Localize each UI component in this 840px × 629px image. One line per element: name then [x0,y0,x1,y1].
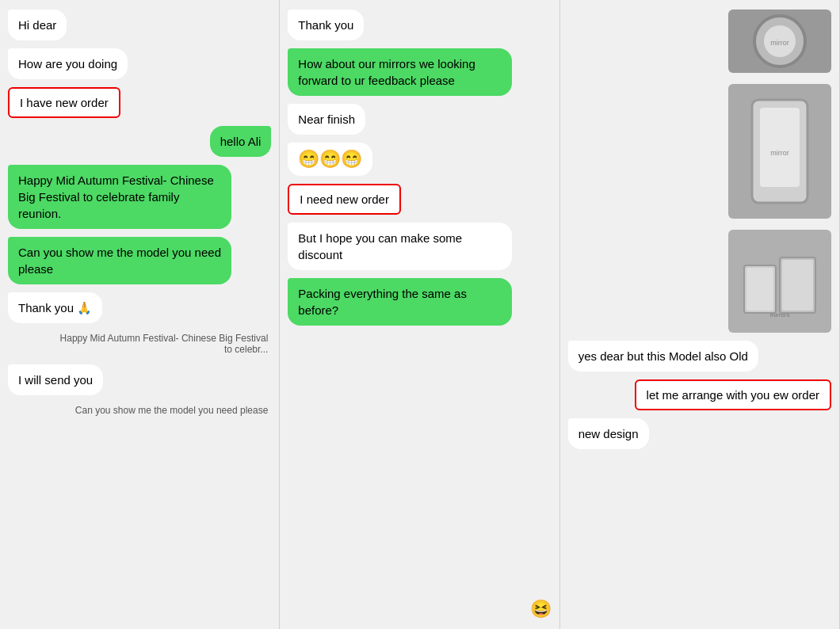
msg-hello-ali: hello Ali [210,126,272,157]
msg-new-design: new design [568,418,649,449]
chat-column-1: Hi dear How are you doing I have new ord… [0,0,280,629]
msg-will-send: I will send you [8,364,103,395]
msg-discount: But I hope you can make some discount [288,223,511,270]
msg-thank-you-pray: Thank you 🙏 [8,292,102,323]
msg-mirrors-feedback: How about our mirrors we looking forward… [288,48,511,96]
msg-have-new-order: I have new order [8,87,120,118]
emoji-input-row[interactable]: 😆 [288,596,551,619]
chat-column-2: Thank you How about our mirrors we looki… [280,0,559,629]
chat-column-3: mirror mirror mirrors yes dear but this … [560,0,840,629]
msg-packing: Packing everything the same as before? [288,278,511,326]
msg-thank-you: Thank you [288,10,364,40]
caption-show-model: Can you show me the model you need pleas… [72,403,272,417]
msg-arrange-order: let me arrange with you ew order [635,379,831,410]
svg-rect-9 [782,260,813,311]
msg-near-finish: Near finish [288,104,365,135]
msg-happy-festival: Happy Mid Autumn Festival- Chinese Big F… [8,165,231,229]
svg-rect-4 [760,108,800,187]
img-mirror-circle: mirror [728,10,831,73]
img-mirror-tall: mirror [728,84,831,219]
svg-rect-8 [746,268,773,311]
emoji-icon: 😆 [530,599,552,619]
msg-old-model: yes dear but this Model also Old [568,341,758,372]
img-mirror-shelf: mirrors [728,230,831,333]
msg-show-model: Can you show me the model you need pleas… [8,237,231,284]
svg-text:mirror: mirror [770,149,789,157]
svg-text:mirror: mirror [770,39,789,47]
svg-text:mirrors: mirrors [770,311,790,318]
msg-emoji-laugh: 😁😁😁 [288,143,372,176]
msg-need-new-order: I need new order [288,184,401,215]
msg-how-are-you: How are you doing [8,48,128,79]
caption-festival: Happy Mid Autumn Festival- Chinese Big F… [48,331,271,356]
msg-hi-dear: Hi dear [8,10,67,40]
